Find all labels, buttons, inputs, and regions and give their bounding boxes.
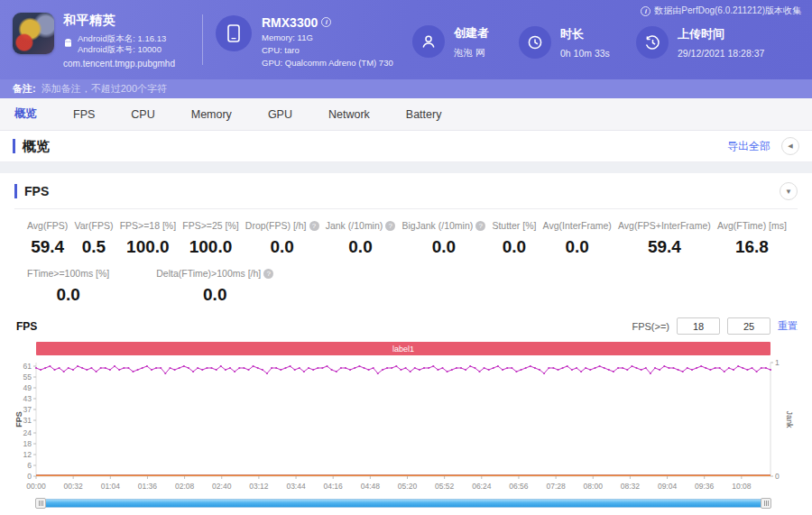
duration-value: 0h 10m 33s: [560, 48, 610, 59]
upload-time-label: 上传时间: [678, 26, 764, 42]
device-cpu: CPU: taro: [262, 45, 393, 55]
svg-text:24: 24: [23, 428, 32, 437]
tab-FPS[interactable]: FPS: [73, 108, 95, 121]
help-icon[interactable]: ?: [475, 221, 485, 231]
creator-label: 创建者: [454, 25, 489, 41]
stat-item: Stutter [%]0.0: [492, 220, 536, 257]
reset-button[interactable]: 重置: [778, 319, 798, 333]
info-icon: i: [641, 6, 651, 16]
tab-CPU[interactable]: CPU: [131, 108, 154, 121]
svg-text:00:00: 00:00: [26, 482, 46, 491]
svg-text:1: 1: [775, 358, 780, 367]
header-divider: [202, 14, 203, 65]
tab-Battery[interactable]: Battery: [406, 108, 442, 121]
history-clock-icon: [636, 26, 669, 59]
svg-text:07:28: 07:28: [546, 482, 566, 491]
help-icon[interactable]: ?: [263, 269, 273, 279]
stat-label: BigJank (/10min): [401, 220, 473, 231]
overview-section-header: 概览 导出全部 ◀: [0, 131, 812, 162]
help-icon[interactable]: ?: [309, 221, 319, 231]
svg-text:08:32: 08:32: [621, 482, 641, 491]
collect-version-note: i 数据由PerfDog(6.0.211212)版本收集: [641, 5, 801, 17]
svg-text:Jank: Jank: [785, 410, 794, 428]
remark-bar[interactable]: 备注: 添加备注，不超过200个字符: [0, 79, 812, 98]
stat-label: Stutter [%]: [492, 220, 536, 231]
fps-card: FPS ▼ Avg(FPS)59.4Var(FPS)0.5FPS>=18 [%]…: [0, 173, 812, 515]
duration-block: 时长 0h 10m 33s: [519, 21, 636, 59]
svg-text:02:40: 02:40: [212, 482, 232, 491]
svg-text:61: 61: [23, 362, 32, 371]
fps-chart-title: FPS: [16, 320, 37, 333]
svg-text:03:44: 03:44: [286, 482, 306, 491]
stat-item: BigJank (/10min)?0.0: [401, 220, 485, 257]
svg-text:0: 0: [775, 472, 780, 481]
upload-time-block: 上传时间 29/12/2021 18:28:37: [636, 21, 764, 59]
annotation-band-label: label1: [392, 345, 414, 354]
stat-label: Var(FPS): [74, 220, 113, 231]
stat-label: FTime>=100ms [%]: [27, 268, 109, 279]
stat-label: FPS>=18 [%]: [120, 220, 176, 231]
svg-text:05:52: 05:52: [435, 482, 455, 491]
device-gpu: GPU: Qualcomm Adreno (TM) 730: [262, 58, 393, 68]
fps-chart-area[interactable]: 615549433731241812601000:0000:3201:0401:…: [14, 357, 798, 496]
svg-text:09:36: 09:36: [695, 482, 715, 491]
tab-Network[interactable]: Network: [328, 108, 370, 121]
fps-threshold-input-2[interactable]: [727, 317, 770, 335]
stat-value: 0.0: [543, 237, 612, 257]
svg-text:55: 55: [23, 372, 32, 382]
export-all-link[interactable]: 导出全部: [727, 139, 770, 154]
fps-line-chart: 615549433731241812601000:0000:3201:0401:…: [14, 357, 798, 492]
device-memory: Memory: 11G: [262, 32, 393, 42]
stat-item: FTime>=100ms [%]0.0: [27, 268, 109, 305]
svg-text:03:12: 03:12: [249, 482, 269, 491]
tab-Memory[interactable]: Memory: [191, 108, 232, 121]
stat-item: Jank (/10min)?0.0: [326, 220, 396, 257]
stat-label: Jank (/10min): [326, 220, 383, 231]
stat-value: 0.0: [27, 285, 109, 305]
stat-label: Avg(FPS+InterFrame): [618, 220, 711, 231]
help-icon[interactable]: ?: [385, 221, 395, 231]
scrollbar-handle-right[interactable]: [761, 498, 771, 509]
svg-text:04:48: 04:48: [361, 482, 381, 491]
tab-GPU[interactable]: GPU: [268, 108, 292, 121]
creator-value: 泡泡 网: [454, 47, 489, 60]
scrollbar-track[interactable]: [36, 499, 770, 508]
stat-value: 16.8: [717, 237, 787, 257]
stat-item: FPS>=25 [%]100.0: [182, 220, 238, 257]
svg-text:12: 12: [23, 450, 32, 459]
stat-value: 0.0: [326, 237, 396, 257]
stat-item: Var(FPS)0.5: [74, 220, 113, 257]
svg-text:02:08: 02:08: [175, 482, 195, 491]
scrollbar-handle-left[interactable]: [35, 498, 46, 509]
stat-item: Avg(FTime) [ms]16.8: [717, 220, 787, 257]
svg-text:49: 49: [23, 383, 32, 392]
svg-text:05:20: 05:20: [398, 482, 418, 491]
fps-threshold-label: FPS(>=): [632, 321, 669, 332]
svg-text:6: 6: [27, 461, 32, 470]
stat-item: FPS>=18 [%]100.0: [120, 220, 176, 257]
section-tabs: 概览FPSCPUMemoryGPUNetworkBattery: [0, 98, 812, 131]
fps-threshold-input-1[interactable]: [677, 317, 720, 335]
chart-range-scrollbar[interactable]: [36, 498, 770, 509]
collapse-down-button[interactable]: ▼: [780, 182, 798, 200]
svg-text:18: 18: [23, 439, 32, 448]
stat-label: Drop(FPS) [/h]: [245, 220, 307, 231]
remark-placeholder: 添加备注，不超过200个字符: [42, 82, 167, 96]
overview-title: 概览: [13, 139, 50, 153]
device-info-icon[interactable]: i: [321, 17, 331, 27]
perfdog-report-page: 和平精英 Android版本名: 1.16.13 Android版本号: 100…: [0, 0, 812, 515]
fps-chart-header: FPS FPS(>=) 重置: [14, 317, 798, 335]
phone-icon: [216, 15, 252, 51]
stat-value: 59.4: [27, 237, 68, 257]
stat-item: Avg(InterFrame)0.0: [543, 220, 612, 257]
svg-text:06:56: 06:56: [509, 482, 529, 491]
stat-value: 0.0: [156, 285, 273, 305]
stat-value: 100.0: [120, 237, 176, 257]
stat-item: Drop(FPS) [/h]?0.0: [245, 220, 319, 257]
section-gap: [0, 162, 812, 173]
collapse-left-button[interactable]: ◀: [781, 137, 799, 155]
svg-text:FPS: FPS: [14, 411, 23, 428]
tab-概览[interactable]: 概览: [14, 106, 37, 122]
fps-section-title: FPS: [14, 184, 49, 198]
stat-value: 0.0: [245, 237, 319, 257]
